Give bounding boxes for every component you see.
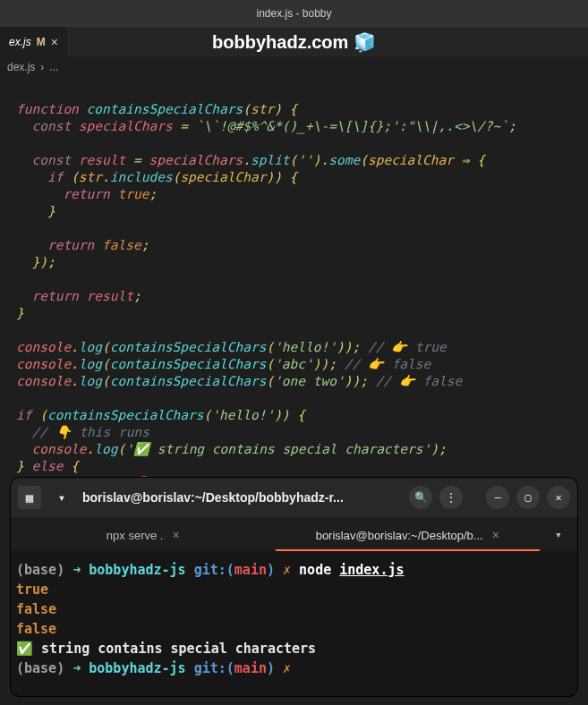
- search-icon: 🔍: [414, 491, 428, 504]
- terminal-new-tab-button[interactable]: ▦: [18, 486, 41, 509]
- terminal-line: false: [16, 619, 572, 639]
- terminal-line: true: [16, 580, 572, 599]
- terminal-line: (base) ➜ bobbyhadz-js git:(main) ✗: [16, 658, 572, 678]
- tab-modified-indicator: M: [37, 36, 46, 48]
- minimize-icon: –: [494, 491, 500, 504]
- terminal-line: false: [16, 599, 572, 619]
- terminal-window: ▦ ▾ borislav@borislav:~/Desktop/bobbyhad…: [11, 478, 577, 696]
- chevron-down-icon: ▾: [58, 490, 65, 505]
- window-titlebar: index.js - bobby: [0, 0, 588, 27]
- terminal-dropdown-button[interactable]: ▾: [50, 486, 73, 509]
- breadcrumb-separator: ›: [40, 61, 44, 73]
- breadcrumb-file: dex.js: [7, 61, 35, 73]
- breadcrumb[interactable]: dex.js › ...: [0, 57, 588, 77]
- var-specialchars: specialChars: [79, 119, 173, 133]
- terminal-tab-close-icon[interactable]: ×: [492, 528, 499, 542]
- terminal-close-button[interactable]: ✕: [547, 486, 570, 509]
- terminal-title: borislav@borislav:~/Desktop/bobbyhadz-r.…: [82, 490, 400, 505]
- maximize-icon: ▢: [524, 491, 531, 504]
- terminal-titlebar: ▦ ▾ borislav@borislav:~/Desktop/bobbyhad…: [11, 478, 577, 517]
- terminal-minimize-button[interactable]: –: [486, 486, 509, 509]
- close-icon: ✕: [555, 491, 561, 504]
- terminal-maximize-button[interactable]: ▢: [516, 486, 540, 509]
- var-result: result: [79, 153, 125, 167]
- terminal-search-button[interactable]: 🔍: [409, 486, 432, 509]
- terminal-tabs: npx serve . × borislav@borislav:~/Deskto…: [11, 517, 577, 551]
- kw-function: function: [16, 102, 79, 116]
- editor-tab-bar: ex.js M ×: [0, 27, 588, 57]
- tab-filename: ex.js: [9, 36, 31, 48]
- terminal-tab-serve[interactable]: npx serve . ×: [11, 517, 276, 551]
- comment-false: // 👉️ false: [345, 357, 431, 371]
- str-regex: `\`!@#$%^&*()_+\-=\[\]{};':"\\|,.<>\/?~`: [196, 119, 508, 133]
- code-editor[interactable]: function containsSpecialChars(str) { con…: [0, 77, 588, 509]
- terminal-menu-button[interactable]: ⋮: [439, 486, 463, 509]
- chevron-down-icon: ▾: [555, 528, 562, 541]
- param-str: str: [251, 102, 274, 116]
- editor-tab-indexjs[interactable]: ex.js M ×: [0, 27, 67, 57]
- comment-thisruns: // 👇️ this runs: [31, 425, 149, 439]
- comment-true: // 👉️ true: [368, 340, 447, 354]
- terminal-tab-label: npx serve .: [107, 529, 164, 542]
- breadcrumb-rest: ...: [49, 61, 58, 73]
- terminal-tab-label: borislav@borislav:~/Desktop/b...: [316, 529, 483, 542]
- terminal-line: ✅ string contains special characters: [16, 639, 572, 658]
- kw-const: const: [31, 119, 71, 133]
- terminal-tab-close-icon[interactable]: ×: [172, 528, 179, 542]
- terminal-line: (base) ➜ bobbyhadz-js git:(main) ✗ node …: [16, 560, 572, 580]
- menu-icon: ⋮: [446, 491, 456, 504]
- func-name: containsSpecialChars: [87, 102, 243, 116]
- window-title: index.js - bobby: [256, 7, 331, 20]
- terminal-add-tab-button[interactable]: ▾: [540, 517, 577, 551]
- terminal-output[interactable]: (base) ➜ bobbyhadz-js git:(main) ✗ node …: [11, 551, 577, 696]
- tab-close-icon[interactable]: ×: [51, 35, 58, 49]
- terminal-tab-shell[interactable]: borislav@borislav:~/Desktop/b... ×: [276, 517, 541, 551]
- new-tab-icon: ▦: [26, 490, 33, 505]
